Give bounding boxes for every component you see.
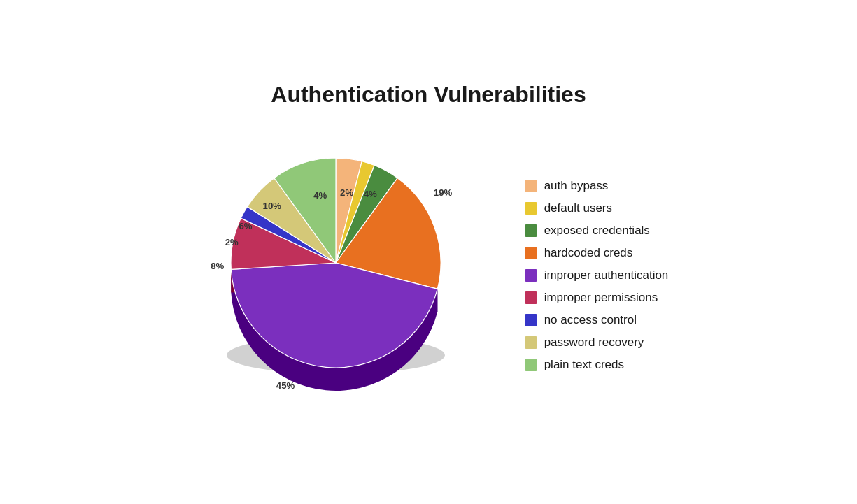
pie-label-plain-text-creds: 10% [262, 201, 281, 211]
legend-label-password-recovery: password recovery [544, 336, 644, 350]
pie-chart: 19%45%8%2%6%10%4%2%4% [189, 129, 483, 422]
legend-item-improper-permissions: improper permissions [525, 291, 669, 305]
legend-label-hardcoded-creds: hardcoded creds [544, 246, 633, 260]
pie-svg: 19%45%8%2%6%10%4%2%4% [189, 129, 483, 422]
pie-label-improper-permissions: 8% [211, 261, 224, 271]
legend-item-exposed-credentials: exposed credentials [525, 224, 669, 238]
legend-label-default-users: default users [544, 201, 612, 215]
legend-item-hardcoded-creds: hardcoded creds [525, 246, 669, 260]
pie-label-default-users: 2% [340, 187, 353, 198]
legend-color-improper-permissions [525, 291, 537, 304]
legend-label-auth-bypass: auth bypass [544, 179, 609, 193]
legend-color-password-recovery [525, 336, 537, 349]
legend-color-no-access-control [525, 314, 537, 326]
legend-label-improper-authentication: improper authentication [544, 268, 669, 282]
legend-color-plain-text-creds [525, 359, 537, 371]
legend-color-hardcoded-creds [525, 247, 537, 259]
pie-label-hardcoded-creds: 19% [433, 187, 452, 198]
pie-label-improper-authentication: 45% [276, 380, 295, 391]
chart-container: 19%45%8%2%6%10%4%2%4% auth bypass defaul… [189, 129, 669, 422]
legend-item-improper-authentication: improper authentication [525, 268, 669, 282]
chart-title: Authentication Vulnerabilities [271, 82, 586, 108]
legend-item-default-users: default users [525, 201, 669, 215]
legend-color-improper-authentication [525, 269, 537, 282]
pie-slices [231, 158, 441, 368]
pie-label-password-recovery: 6% [239, 221, 252, 231]
legend-label-exposed-credentials: exposed credentials [544, 224, 650, 238]
pie-label-no-access-control: 2% [225, 237, 238, 247]
legend-color-default-users [525, 202, 537, 215]
legend-color-auth-bypass [525, 180, 537, 192]
pie-label-exposed-credentials: 4% [363, 189, 376, 199]
legend-label-no-access-control: no access control [544, 313, 637, 327]
legend-label-improper-permissions: improper permissions [544, 291, 658, 305]
legend-label-plain-text-creds: plain text creds [544, 358, 624, 372]
legend-item-no-access-control: no access control [525, 313, 669, 327]
legend-item-plain-text-creds: plain text creds [525, 358, 669, 372]
legend-color-exposed-credentials [525, 224, 537, 237]
chart-legend: auth bypass default users exposed creden… [525, 179, 669, 372]
legend-item-auth-bypass: auth bypass [525, 179, 669, 193]
pie-label-auth-bypass: 4% [313, 190, 327, 201]
legend-item-password-recovery: password recovery [525, 336, 669, 350]
